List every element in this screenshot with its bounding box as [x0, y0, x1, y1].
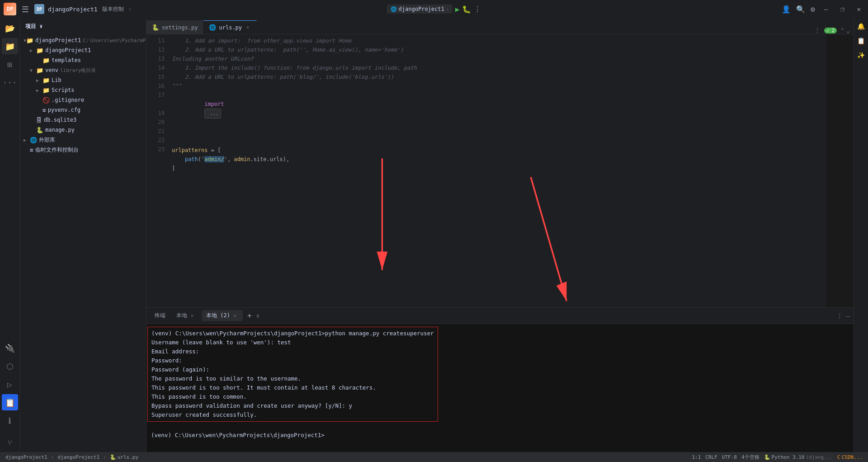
activity-icon-structure[interactable]: ⊞ — [2, 56, 18, 72]
python-icon: 🐍 — [764, 454, 770, 460]
tree-item-root[interactable]: ▼ 📁 djangoProject1 C:\Users\wen\PycharmP… — [20, 35, 146, 45]
term-line-9: Bypass password validation and create us… — [151, 401, 434, 410]
minimize-button[interactable]: — — [821, 4, 831, 14]
expand-icon[interactable]: ⌃ — [840, 27, 844, 34]
code-line-21: path('admin/', admin.site.urls), — [172, 155, 826, 164]
local2-tab-label: 本地 (2) — [206, 312, 230, 319]
hamburger-button[interactable]: ☰ — [20, 3, 31, 16]
breadcrumb-subproject[interactable]: djangoProject1 — [56, 454, 101, 460]
tree-item-external[interactable]: ▶ 🌐 外部库 — [20, 135, 146, 145]
run-button[interactable]: ▶ — [455, 5, 460, 14]
tree-item-temp[interactable]: ≡ 临时文件和控制台 — [20, 145, 146, 155]
tree-label-gitignore: .gitignore — [52, 97, 84, 103]
git-badge: ✓ 2 — [822, 28, 837, 33]
breadcrumb-file[interactable]: 🐍 urls.py — [108, 454, 140, 460]
status-position[interactable]: 1:1 — [690, 454, 703, 460]
search-icon[interactable]: 🔍 — [796, 5, 805, 14]
breadcrumb-project[interactable]: djangoProject1 — [4, 454, 49, 460]
terminal-content[interactable]: (venv) C:\Users\wen\PycharmProjects\djan… — [146, 324, 854, 452]
code-line-15: 2. Add a URL to urlpatterns: path('blog/… — [172, 72, 826, 81]
tree-item-sqlite[interactable]: 🗄 db.sqlite3 — [20, 115, 146, 125]
tree-item-pyvenv[interactable]: ≡ pyvenv.cfg — [20, 105, 146, 115]
tree-item-managepy[interactable]: 🐍 manage.py — [20, 125, 146, 135]
tree-item-djproject[interactable]: ▶ 📁 djangoProject1 — [20, 45, 146, 55]
activity-icon-run[interactable]: ▷ — [2, 376, 18, 392]
sidebar: 项目 ∨ ▼ 📁 djangoProject1 C:\Users\wen\Pyc… — [20, 18, 146, 452]
title-bar-right: 👤 🔍 ⚙ — ❐ ✕ — [782, 4, 864, 14]
maximize-button[interactable]: ❐ — [837, 4, 848, 14]
activity-icon-files[interactable]: 📂 — [2, 20, 18, 36]
term-line-2: Username (leave blank to use 'wen'): tes… — [151, 338, 434, 347]
breadcrumb-filename: urls.py — [118, 454, 138, 460]
term-line-10: Superuser created successfully. — [151, 410, 434, 419]
local-tab-close[interactable]: ✕ — [189, 313, 195, 319]
terminal-minimize-icon[interactable]: — — [846, 312, 850, 319]
tree-item-scripts[interactable]: ▶ 📁 Scripts — [20, 85, 146, 95]
settings-icon[interactable]: ⚙ — [811, 5, 815, 14]
status-context-label: (djang... — [806, 454, 833, 460]
debug-icon[interactable]: 🐛 — [462, 5, 471, 14]
folder-icon: 📁 — [42, 87, 50, 94]
terminal-actions: ⋮ — — [836, 312, 850, 319]
git-changes-badge: ✓ 2 — [824, 28, 837, 33]
tree-item-templates[interactable]: 📁 templates — [20, 55, 146, 65]
status-csdn[interactable]: C CSDN... — [835, 454, 864, 460]
project-badge: DP — [34, 4, 44, 14]
add-terminal-button[interactable]: + — [245, 311, 255, 320]
activity-icon-more[interactable]: ··· — [2, 74, 18, 90]
tree-label-external: 外部库 — [39, 136, 55, 144]
title-bar-center: 🌐 djangoProject1 › ▶ 🐛 ⋮ — [387, 5, 481, 14]
run-config[interactable]: 🌐 djangoProject1 › — [387, 5, 453, 14]
tree-item-lib[interactable]: ▶ 📁 Lib — [20, 75, 146, 85]
close-button[interactable]: ✕ — [854, 4, 864, 14]
activity-icon-project[interactable]: 📁 — [2, 38, 18, 54]
terminal-dropdown-button[interactable]: ∨ — [256, 312, 260, 319]
activity-bar: 📂 📁 ⊞ ··· 🔌 ⬡ ▷ 📋 ℹ ⑂ — [0, 18, 20, 452]
project-title: djangoProject1 — [48, 6, 98, 13]
activity-icon-active-blue[interactable]: 📋 — [2, 394, 18, 410]
status-language[interactable]: 🐍 Python 3.10 (djang... — [762, 454, 835, 460]
local-tab-label: 本地 — [176, 312, 187, 319]
status-line-ending[interactable]: CRLF — [703, 454, 719, 460]
collapse-icon[interactable]: ⌄ — [846, 27, 850, 34]
more-options-icon[interactable]: ⋮ — [474, 5, 481, 14]
code-content[interactable]: 1. Add an import: from other_app.views i… — [168, 34, 826, 307]
tree-label-managepy: manage.py — [45, 127, 75, 133]
tab-close-button[interactable]: ✕ — [245, 24, 251, 31]
right-icon-ai[interactable]: ✨ — [855, 49, 868, 62]
activity-icon-layers[interactable]: ⬡ — [2, 358, 18, 374]
editor-tabs: 🐍 settings.py 🌐 urls.py ✕ ⋮ ✓ 2 ⌃ ⌄ — [146, 18, 854, 34]
tab-local-2[interactable]: 本地 (2) ✕ — [202, 310, 243, 321]
tree-item-venv[interactable]: ▼ 📁 venv library根目录 — [20, 65, 146, 75]
local2-tab-close[interactable]: ✕ — [232, 313, 238, 319]
tab-settings[interactable]: 🐍 settings.py — [146, 20, 203, 34]
tab-urls-label: urls.py — [219, 24, 242, 31]
activity-icon-git[interactable]: ⑂ — [2, 434, 18, 450]
code-line-12: 2. Add a URL to urlpatterns: path('', Ho… — [172, 45, 826, 54]
term-line-4: Password: — [151, 356, 434, 365]
terminal-more-icon[interactable]: ⋮ — [836, 312, 843, 319]
tab-terminal[interactable]: 终端 — [150, 310, 170, 321]
terminal-panel: 终端 本地 ✕ 本地 (2) ✕ + ∨ ⋮ — (ve — [146, 307, 854, 452]
status-language-label: Python 3.10 — [772, 454, 805, 460]
breadcrumb: djangoProject1 › djangoProject1 › 🐍 urls… — [4, 454, 140, 460]
right-icon-notifications[interactable]: 🔔 — [855, 20, 868, 33]
right-icon-panel[interactable]: 📋 — [855, 34, 868, 47]
tab-local[interactable]: 本地 ✕ — [172, 310, 200, 321]
profile-icon[interactable]: 👤 — [782, 5, 791, 14]
tree-label-temp: 临时文件和控制台 — [35, 146, 79, 154]
activity-icon-plugins[interactable]: 🔌 — [2, 340, 18, 356]
sidebar-title[interactable]: 项目 ∨ — [25, 23, 42, 30]
fold-button[interactable]: ... — [204, 109, 221, 119]
chevron-down-icon: ▼ — [30, 68, 36, 73]
tabs-more-icon[interactable]: ⋮ — [814, 27, 821, 34]
term-line-prompt: (venv) C:\Users\wen\PycharmProjects\djan… — [151, 431, 849, 440]
status-indent[interactable]: 4个空格 — [740, 454, 761, 461]
version-control-label[interactable]: 版本控制 — [102, 5, 124, 13]
tree-label-root: djangoProject1 — [35, 37, 81, 43]
activity-icon-info[interactable]: ℹ — [2, 412, 18, 429]
tree-item-gitignore[interactable]: 🚫 .gitignore — [20, 95, 146, 105]
app-logo: DP — [4, 3, 16, 15]
status-encoding[interactable]: UTF-8 — [720, 454, 739, 460]
tab-urls[interactable]: 🌐 urls.py ✕ — [203, 20, 257, 34]
